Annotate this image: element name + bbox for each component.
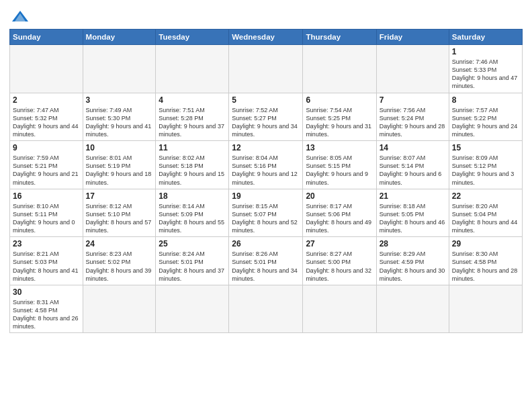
day-info: Sunrise: 8:01 AM Sunset: 5:19 PM Dayligh… bbox=[86, 154, 153, 187]
calendar-cell: 3Sunrise: 7:49 AM Sunset: 5:30 PM Daylig… bbox=[83, 93, 156, 141]
calendar-cell bbox=[449, 285, 522, 333]
day-info: Sunrise: 8:21 AM Sunset: 5:03 PM Dayligh… bbox=[13, 250, 80, 283]
weekday-header-wednesday: Wednesday bbox=[229, 30, 303, 45]
calendar-cell bbox=[83, 45, 156, 93]
calendar-cell: 17Sunrise: 8:12 AM Sunset: 5:10 PM Dayli… bbox=[83, 189, 156, 237]
day-info: Sunrise: 8:29 AM Sunset: 4:59 PM Dayligh… bbox=[380, 250, 446, 283]
calendar-cell: 5Sunrise: 7:52 AM Sunset: 5:27 PM Daylig… bbox=[229, 93, 303, 141]
day-info: Sunrise: 8:14 AM Sunset: 5:09 PM Dayligh… bbox=[159, 202, 226, 235]
calendar-cell: 24Sunrise: 8:23 AM Sunset: 5:02 PM Dayli… bbox=[83, 237, 156, 285]
day-number: 16 bbox=[13, 191, 80, 201]
day-info: Sunrise: 8:10 AM Sunset: 5:11 PM Dayligh… bbox=[13, 202, 80, 235]
day-number: 11 bbox=[159, 143, 226, 152]
day-number: 17 bbox=[86, 191, 153, 201]
calendar-cell: 20Sunrise: 8:17 AM Sunset: 5:06 PM Dayli… bbox=[303, 189, 376, 237]
calendar-cell: 10Sunrise: 8:01 AM Sunset: 5:19 PM Dayli… bbox=[83, 141, 156, 189]
day-number: 30 bbox=[13, 287, 80, 297]
calendar-cell bbox=[156, 285, 229, 333]
day-info: Sunrise: 8:18 AM Sunset: 5:05 PM Dayligh… bbox=[380, 202, 446, 235]
day-info: Sunrise: 8:07 AM Sunset: 5:14 PM Dayligh… bbox=[380, 154, 446, 187]
day-info: Sunrise: 7:59 AM Sunset: 5:21 PM Dayligh… bbox=[13, 154, 80, 187]
calendar-cell bbox=[156, 45, 229, 93]
day-number: 7 bbox=[380, 95, 446, 105]
day-number: 28 bbox=[380, 239, 446, 248]
day-info: Sunrise: 7:52 AM Sunset: 5:27 PM Dayligh… bbox=[232, 106, 300, 139]
day-info: Sunrise: 8:12 AM Sunset: 5:10 PM Dayligh… bbox=[86, 202, 153, 235]
calendar-cell: 6Sunrise: 7:54 AM Sunset: 5:25 PM Daylig… bbox=[303, 93, 376, 141]
calendar-cell: 11Sunrise: 8:02 AM Sunset: 5:18 PM Dayli… bbox=[156, 141, 229, 189]
day-info: Sunrise: 8:31 AM Sunset: 4:58 PM Dayligh… bbox=[13, 298, 80, 331]
calendar-cell: 28Sunrise: 8:29 AM Sunset: 4:59 PM Dayli… bbox=[376, 237, 449, 285]
day-number: 3 bbox=[86, 95, 153, 105]
day-number: 8 bbox=[452, 95, 519, 105]
weekday-header-row: SundayMondayTuesdayWednesdayThursdayFrid… bbox=[10, 30, 523, 45]
calendar-cell: 27Sunrise: 8:27 AM Sunset: 5:00 PM Dayli… bbox=[303, 237, 376, 285]
header bbox=[9, 7, 523, 25]
day-number: 5 bbox=[232, 95, 300, 105]
week-row-2: 2Sunrise: 7:47 AM Sunset: 5:32 PM Daylig… bbox=[10, 93, 523, 141]
calendar-cell bbox=[229, 45, 303, 93]
calendar-cell bbox=[229, 285, 303, 333]
calendar-cell bbox=[83, 285, 156, 333]
day-info: Sunrise: 8:09 AM Sunset: 5:12 PM Dayligh… bbox=[452, 154, 519, 187]
day-number: 21 bbox=[380, 191, 446, 201]
day-info: Sunrise: 7:47 AM Sunset: 5:32 PM Dayligh… bbox=[13, 106, 80, 139]
day-number: 13 bbox=[306, 143, 373, 152]
calendar-cell: 22Sunrise: 8:20 AM Sunset: 5:04 PM Dayli… bbox=[449, 189, 522, 237]
day-info: Sunrise: 7:54 AM Sunset: 5:25 PM Dayligh… bbox=[306, 106, 373, 139]
calendar-cell: 4Sunrise: 7:51 AM Sunset: 5:28 PM Daylig… bbox=[156, 93, 229, 141]
logo-icon bbox=[11, 9, 30, 24]
weekday-header-saturday: Saturday bbox=[449, 30, 522, 45]
weekday-header-thursday: Thursday bbox=[303, 30, 376, 45]
day-number: 19 bbox=[232, 191, 300, 201]
calendar-cell: 26Sunrise: 8:26 AM Sunset: 5:01 PM Dayli… bbox=[229, 237, 303, 285]
week-row-4: 16Sunrise: 8:10 AM Sunset: 5:11 PM Dayli… bbox=[10, 189, 523, 237]
day-number: 26 bbox=[232, 239, 300, 248]
weekday-header-monday: Monday bbox=[83, 30, 156, 45]
calendar-cell bbox=[376, 285, 449, 333]
day-info: Sunrise: 7:46 AM Sunset: 5:33 PM Dayligh… bbox=[452, 58, 519, 91]
day-info: Sunrise: 8:17 AM Sunset: 5:06 PM Dayligh… bbox=[306, 202, 373, 235]
week-row-6: 30Sunrise: 8:31 AM Sunset: 4:58 PM Dayli… bbox=[10, 285, 523, 333]
day-info: Sunrise: 8:04 AM Sunset: 5:16 PM Dayligh… bbox=[232, 154, 300, 187]
day-info: Sunrise: 7:49 AM Sunset: 5:30 PM Dayligh… bbox=[86, 106, 153, 139]
day-number: 22 bbox=[452, 191, 519, 201]
day-number: 20 bbox=[306, 191, 373, 201]
day-number: 2 bbox=[13, 95, 80, 105]
day-info: Sunrise: 8:26 AM Sunset: 5:01 PM Dayligh… bbox=[232, 250, 300, 283]
day-number: 10 bbox=[86, 143, 153, 152]
calendar-cell: 7Sunrise: 7:56 AM Sunset: 5:24 PM Daylig… bbox=[376, 93, 449, 141]
calendar-cell: 18Sunrise: 8:14 AM Sunset: 5:09 PM Dayli… bbox=[156, 189, 229, 237]
calendar-cell: 19Sunrise: 8:15 AM Sunset: 5:07 PM Dayli… bbox=[229, 189, 303, 237]
calendar-cell: 16Sunrise: 8:10 AM Sunset: 5:11 PM Dayli… bbox=[10, 189, 83, 237]
weekday-header-sunday: Sunday bbox=[10, 30, 83, 45]
calendar-cell: 12Sunrise: 8:04 AM Sunset: 5:16 PM Dayli… bbox=[229, 141, 303, 189]
day-number: 23 bbox=[13, 239, 80, 248]
calendar-cell bbox=[376, 45, 449, 93]
day-number: 9 bbox=[13, 143, 80, 152]
day-info: Sunrise: 8:23 AM Sunset: 5:02 PM Dayligh… bbox=[86, 250, 153, 283]
day-info: Sunrise: 8:20 AM Sunset: 5:04 PM Dayligh… bbox=[452, 202, 519, 235]
calendar-cell: 23Sunrise: 8:21 AM Sunset: 5:03 PM Dayli… bbox=[10, 237, 83, 285]
day-info: Sunrise: 8:15 AM Sunset: 5:07 PM Dayligh… bbox=[232, 202, 300, 235]
calendar-cell: 15Sunrise: 8:09 AM Sunset: 5:12 PM Dayli… bbox=[449, 141, 522, 189]
day-info: Sunrise: 7:56 AM Sunset: 5:24 PM Dayligh… bbox=[380, 106, 446, 139]
day-number: 15 bbox=[452, 143, 519, 152]
day-number: 25 bbox=[159, 239, 226, 248]
day-number: 4 bbox=[159, 95, 226, 105]
week-row-5: 23Sunrise: 8:21 AM Sunset: 5:03 PM Dayli… bbox=[10, 237, 523, 285]
weekday-header-tuesday: Tuesday bbox=[156, 30, 229, 45]
day-info: Sunrise: 7:57 AM Sunset: 5:22 PM Dayligh… bbox=[452, 106, 519, 139]
week-row-1: 1Sunrise: 7:46 AM Sunset: 5:33 PM Daylig… bbox=[10, 45, 523, 93]
weekday-header-friday: Friday bbox=[376, 30, 449, 45]
logo-area bbox=[9, 7, 30, 25]
calendar-cell bbox=[303, 285, 376, 333]
day-number: 24 bbox=[86, 239, 153, 248]
calendar-cell bbox=[10, 45, 83, 93]
day-info: Sunrise: 7:51 AM Sunset: 5:28 PM Dayligh… bbox=[159, 106, 226, 139]
day-number: 18 bbox=[159, 191, 226, 201]
week-row-3: 9Sunrise: 7:59 AM Sunset: 5:21 PM Daylig… bbox=[10, 141, 523, 189]
calendar-cell: 14Sunrise: 8:07 AM Sunset: 5:14 PM Dayli… bbox=[376, 141, 449, 189]
calendar-cell: 13Sunrise: 8:05 AM Sunset: 5:15 PM Dayli… bbox=[303, 141, 376, 189]
day-info: Sunrise: 8:27 AM Sunset: 5:00 PM Dayligh… bbox=[306, 250, 373, 283]
